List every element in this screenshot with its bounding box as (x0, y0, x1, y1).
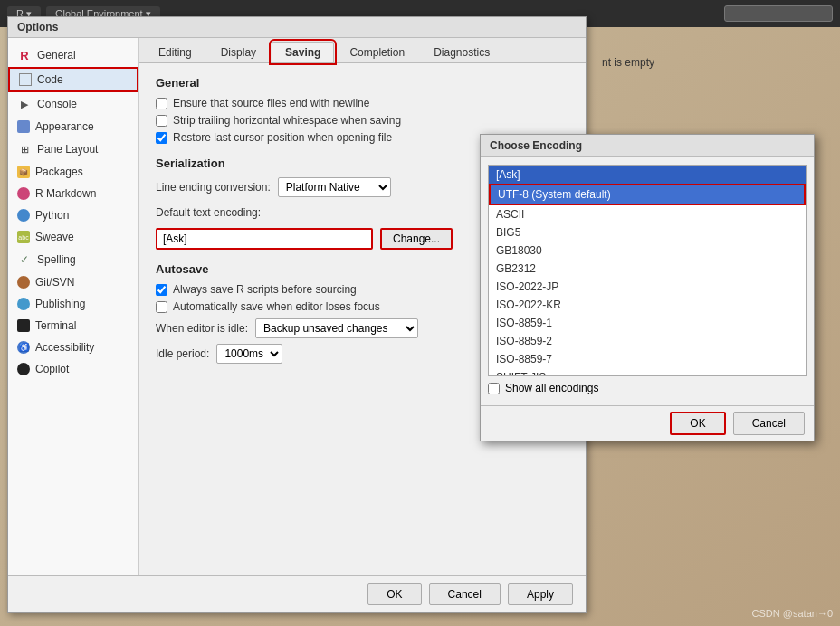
sidebar-label-copilot: Copilot (35, 363, 69, 375)
cancel-button[interactable]: Cancel (429, 583, 501, 605)
enc-footer: OK Cancel (481, 405, 814, 441)
sweave-icon: abc (17, 231, 30, 243)
apply-button[interactable]: Apply (508, 583, 573, 605)
sidebar-item-packages[interactable]: 📦 Packages (8, 161, 138, 183)
enc-item-iso2022jp[interactable]: ISO-2022-JP (489, 278, 806, 296)
general-section-title: General (156, 76, 569, 90)
sidebar-item-gitsvn[interactable]: Git/SVN (8, 271, 138, 293)
sidebar-label-console: Console (37, 98, 77, 110)
sidebar-item-copilot[interactable]: Copilot (8, 358, 138, 380)
terminal-icon (17, 319, 30, 332)
checkbox-whitespace[interactable] (156, 115, 167, 127)
line-ending-dropdown[interactable]: Platform Native Posix (LF) Windows (CR L… (278, 177, 391, 197)
checkbox-newline-label: Ensure that source files end with newlin… (173, 97, 369, 109)
sidebar-label-publishing: Publishing (35, 298, 85, 310)
sidebar-item-rmarkdown[interactable]: R Markdown (8, 183, 138, 204)
console-icon: ▶ (17, 97, 32, 111)
sidebar-item-publishing[interactable]: Publishing (8, 293, 138, 315)
sidebar-label-appearance: Appearance (35, 120, 94, 133)
enc-cancel-button[interactable]: Cancel (733, 412, 805, 435)
enc-item-iso2022kr[interactable]: ISO-2022-KR (489, 296, 806, 314)
enc-item-gb18030[interactable]: GB18030 (489, 242, 806, 260)
sidebar-label-terminal: Terminal (35, 319, 76, 332)
checkbox-autosave1-label: Always save R scripts before sourcing (173, 283, 357, 296)
enc-item-utf8[interactable]: UTF-8 (System default) (489, 184, 806, 205)
encoding-input[interactable] (156, 228, 373, 250)
enc-item-shiftjis[interactable]: SHIFT-JIS (489, 368, 806, 376)
enc-ok-button[interactable]: OK (670, 412, 725, 435)
idle-period-dropdown[interactable]: 500ms 1000ms 2000ms (216, 344, 282, 364)
packages-icon: 📦 (17, 166, 30, 178)
tab-completion[interactable]: Completion (336, 42, 418, 62)
sidebar-item-python[interactable]: Python (8, 204, 138, 226)
sidebar-label-python: Python (35, 209, 69, 222)
sidebar-label-gitsvn: Git/SVN (35, 276, 74, 289)
sidebar-item-pane-layout[interactable]: ⊞ Pane Layout (8, 138, 138, 161)
checkbox-whitespace-label: Strip trailing horizontal whitespace whe… (173, 114, 401, 127)
show-all-label: Show all encodings (505, 382, 598, 394)
checkbox-row-newline: Ensure that source files end with newlin… (156, 97, 569, 109)
ok-button[interactable]: OK (368, 583, 421, 605)
gitsvn-icon (17, 276, 30, 289)
dialog-footer: OK Cancel Apply (8, 575, 586, 612)
top-bar-search[interactable] (724, 5, 833, 22)
checkbox-autosave2-label: Automatically save when editor loses foc… (173, 300, 380, 313)
tab-editing[interactable]: Editing (145, 42, 205, 62)
enc-item-ask[interactable]: [Ask] (489, 166, 806, 184)
appearance-icon (17, 120, 30, 133)
line-ending-label: Line ending conversion: (156, 181, 271, 194)
enc-title: Choose Encoding (490, 139, 582, 152)
sidebar-item-terminal[interactable]: Terminal (8, 315, 138, 337)
enc-item-gb2312[interactable]: GB2312 (489, 260, 806, 278)
enc-body: [Ask] UTF-8 (System default) ASCII BIG5 … (481, 157, 814, 405)
enc-item-big5[interactable]: BIG5 (489, 223, 806, 242)
watermark: CSDN @satan→0 (752, 608, 833, 619)
general-icon: R (17, 48, 32, 62)
sidebar: R General Code ▶ Console Appearance ⊞ Pa… (8, 38, 139, 575)
sidebar-label-code: Code (37, 73, 63, 86)
enc-item-ascii[interactable]: ASCII (489, 205, 806, 223)
python-icon (17, 209, 30, 222)
sidebar-label-general: General (37, 49, 76, 62)
accessibility-icon: ♿ (17, 341, 30, 354)
sidebar-item-console[interactable]: ▶ Console (8, 92, 138, 116)
checkbox-autosave1[interactable] (156, 284, 167, 296)
encoding-list[interactable]: [Ask] UTF-8 (System default) ASCII BIG5 … (488, 165, 807, 376)
sidebar-item-sweave[interactable]: abc Sweave (8, 226, 138, 248)
show-all-checkbox[interactable] (488, 383, 500, 394)
sidebar-item-accessibility[interactable]: ♿ Accessibility (8, 337, 138, 358)
sidebar-label-packages: Packages (35, 166, 83, 178)
idle-period-label: Idle period: (156, 347, 209, 360)
checkbox-newline[interactable] (156, 98, 167, 109)
bg-text: nt is empty (602, 56, 654, 69)
dialog-title: Options (17, 21, 58, 33)
tab-saving[interactable]: Saving (272, 42, 334, 62)
tab-display[interactable]: Display (207, 42, 270, 62)
dialog-titlebar: Options (8, 17, 586, 38)
sidebar-label-accessibility: Accessibility (35, 341, 94, 354)
enc-item-iso88597[interactable]: ISO-8859-7 (489, 350, 806, 368)
enc-item-iso88592[interactable]: ISO-8859-2 (489, 332, 806, 350)
change-button[interactable]: Change... (380, 228, 453, 250)
pane-layout-icon: ⊞ (17, 142, 32, 156)
tab-diagnostics[interactable]: Diagnostics (420, 42, 503, 62)
enc-titlebar: Choose Encoding (481, 135, 814, 157)
enc-item-iso88591[interactable]: ISO-8859-1 (489, 314, 806, 332)
idle-label: When editor is idle: (156, 322, 248, 335)
sidebar-label-sweave: Sweave (35, 231, 74, 243)
encoding-dialog: Choose Encoding [Ask] UTF-8 (System defa… (480, 134, 815, 441)
sidebar-label-rmarkdown: R Markdown (35, 187, 96, 200)
idle-dropdown[interactable]: Backup unsaved changes Save Nothing (255, 318, 418, 338)
sidebar-item-appearance[interactable]: Appearance (8, 116, 138, 138)
copilot-icon (17, 363, 30, 375)
spelling-icon: ✓ (17, 252, 32, 267)
checkbox-autosave2[interactable] (156, 301, 167, 313)
sidebar-item-code[interactable]: Code (8, 67, 138, 92)
sidebar-label-spelling: Spelling (37, 253, 76, 266)
sidebar-item-general[interactable]: R General (8, 43, 138, 67)
sidebar-label-pane-layout: Pane Layout (37, 143, 98, 156)
checkbox-cursor[interactable] (156, 132, 167, 144)
rmarkdown-icon (17, 187, 30, 200)
encoding-label: Default text encoding: (156, 206, 261, 219)
sidebar-item-spelling[interactable]: ✓ Spelling (8, 248, 138, 271)
